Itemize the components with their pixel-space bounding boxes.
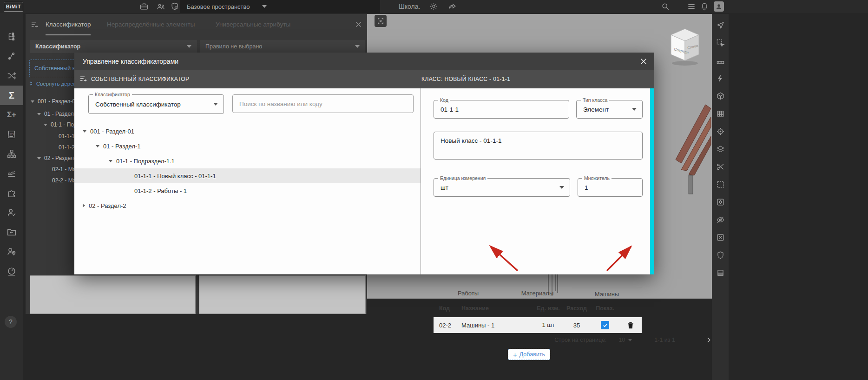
bell-icon[interactable] <box>700 2 709 11</box>
pagination: Строк на странице: 10 1-1 из 1 <box>508 333 712 347</box>
grid-icon[interactable] <box>712 105 729 122</box>
rows-per-page-select[interactable]: 10 <box>618 337 632 343</box>
unit-select[interactable]: Единица измерения шт <box>434 178 570 197</box>
cell-consumption: 35 <box>562 322 591 329</box>
gear-icon[interactable] <box>429 2 439 11</box>
chevron-down-icon <box>213 103 218 106</box>
cell-unit: 1 шт <box>534 322 562 329</box>
chevron-down-icon <box>632 108 637 111</box>
tab-machines[interactable]: Машины <box>572 287 642 300</box>
close-dialog-icon[interactable] <box>638 56 649 67</box>
tree-item-selected[interactable]: 01-1-1 - Новый класс - 01-1-1 <box>74 168 421 183</box>
clip-plane-icon[interactable] <box>712 264 729 281</box>
canvas-panel-right <box>199 275 366 314</box>
team-icon[interactable] <box>156 2 165 11</box>
right-toolbar <box>712 14 729 380</box>
sheet-2d-icon[interactable]: 2D <box>0 125 23 144</box>
plus-icon: + <box>513 351 517 358</box>
workspace-label: Базовое пространство <box>187 3 250 10</box>
dialog-body: Классификатор Собственный классификатор … <box>74 88 654 274</box>
rule-dropdown[interactable]: Правило не выбрано <box>200 40 365 53</box>
classifier-dropdown[interactable]: Классификатор <box>30 40 197 53</box>
collapse-icon <box>28 80 33 87</box>
list-icon[interactable] <box>687 2 696 11</box>
col-header-show: Показ. <box>591 305 619 312</box>
class-section-header: КЛАСС: НОВЫЙ КЛАСС - 01-1-1 <box>421 70 510 88</box>
tree-item[interactable]: 02 - Раздел-2 <box>37 153 79 163</box>
tab-universal-attributes[interactable]: Универсальные атрибуты <box>216 14 290 35</box>
tree-item[interactable]: 01 - Раздел-1 <box>37 109 79 119</box>
tree-item[interactable]: 02 - Раздел-2 <box>74 198 421 213</box>
classifier-select[interactable]: Классификатор Собственный классификатор <box>88 94 224 114</box>
share-icon[interactable] <box>448 2 457 11</box>
navigation-cube[interactable]: Спереди Слева <box>667 26 703 67</box>
chevron-down-icon <box>262 5 267 8</box>
shield-icon[interactable] <box>712 247 729 263</box>
col-header-unit: Ед. изм. <box>534 305 562 312</box>
section-box-icon[interactable] <box>712 87 729 104</box>
lightning-icon[interactable] <box>712 70 729 87</box>
tab-unallocated-elements[interactable]: Нераспределённые элементы <box>107 14 195 35</box>
navigate-arrow-icon[interactable] <box>712 17 729 33</box>
next-page-icon[interactable] <box>705 336 712 344</box>
search-icon[interactable] <box>661 2 670 11</box>
target-icon[interactable] <box>712 123 729 140</box>
sum-icon[interactable]: Σ <box>0 86 23 105</box>
rows-per-page-label: Строк на странице: <box>554 337 606 343</box>
left-toolbar: Σ Σ+ 2D ? <box>0 13 23 380</box>
table-row[interactable]: 02-2 Машины - 1 1 шт 35 <box>434 317 642 333</box>
briefcase-icon[interactable] <box>139 2 149 11</box>
tree-item[interactable]: 001 - Раздел-01 <box>74 124 421 139</box>
col-header-name: Название <box>461 305 534 312</box>
selection-path-icon[interactable] <box>0 47 23 66</box>
show-checkbox[interactable] <box>601 321 609 329</box>
cell-name: Машины - 1 <box>461 322 534 329</box>
select-frame-icon[interactable] <box>712 34 729 51</box>
class-name-field[interactable]: Новый класс - 01-1-1 <box>434 132 643 160</box>
expand-viewport-icon[interactable] <box>375 15 387 27</box>
tab-works[interactable]: Работы <box>434 287 503 300</box>
class-type-select[interactable]: Тип класса Элемент <box>576 100 643 119</box>
user-avatar[interactable] <box>714 1 724 12</box>
delete-row-icon[interactable] <box>626 321 635 330</box>
tab-materials[interactable]: Материалы <box>503 287 572 300</box>
close-square-icon[interactable] <box>712 229 729 246</box>
tab-classifier[interactable]: Классификатор <box>46 14 91 35</box>
caret-down-icon <box>83 130 86 133</box>
vertical-scrollbar[interactable] <box>650 88 654 274</box>
box-settings-icon[interactable] <box>712 193 729 210</box>
shield-check-icon[interactable] <box>170 2 179 11</box>
sum-add-icon[interactable]: Σ+ <box>0 105 23 125</box>
caret-down-icon <box>44 124 47 126</box>
tree-item[interactable]: 001 - Раздел-01 <box>31 97 79 106</box>
multiplier-field[interactable]: Множитель 1 <box>578 178 643 197</box>
chevron-down-icon <box>187 45 191 48</box>
trend-chart-icon[interactable] <box>0 164 23 183</box>
tree-structure-icon[interactable] <box>0 27 23 47</box>
ruler-icon[interactable] <box>712 52 729 69</box>
tree-item[interactable]: 01-1-2 - Работы - 1 <box>74 183 421 198</box>
shuffle-icon[interactable] <box>0 66 23 86</box>
user-location-icon[interactable] <box>0 242 23 261</box>
tree-item[interactable]: 01 - Раздел-1 <box>74 139 421 153</box>
close-icon[interactable] <box>355 20 362 28</box>
dialog-title: Управление классификаторами <box>83 58 178 65</box>
help-button[interactable]: ? <box>5 316 17 328</box>
code-field[interactable]: Код 01-1-1 <box>434 100 569 119</box>
add-button[interactable]: + Добавить <box>508 349 550 360</box>
user-check-icon[interactable] <box>0 203 23 222</box>
filter-list-icon[interactable] <box>30 20 39 29</box>
layers-icon[interactable] <box>712 140 729 157</box>
folder-export-icon[interactable] <box>0 222 23 242</box>
search-input[interactable] <box>232 94 414 113</box>
workspace-selector[interactable]: Базовое пространство <box>180 0 380 13</box>
gauge-icon[interactable] <box>0 261 23 281</box>
tree-item[interactable]: 01-1 - Подраздел-1.1 <box>74 153 421 168</box>
org-chart-icon[interactable] <box>0 144 23 164</box>
eye-off-icon[interactable] <box>712 211 729 228</box>
ghost-frame-icon[interactable] <box>712 176 729 193</box>
puzzle-icon[interactable] <box>0 183 23 203</box>
filter-list-icon[interactable] <box>79 74 87 83</box>
scissors-icon[interactable] <box>712 158 729 175</box>
collapse-tree-button[interactable]: Свернуть дерево <box>28 80 79 87</box>
